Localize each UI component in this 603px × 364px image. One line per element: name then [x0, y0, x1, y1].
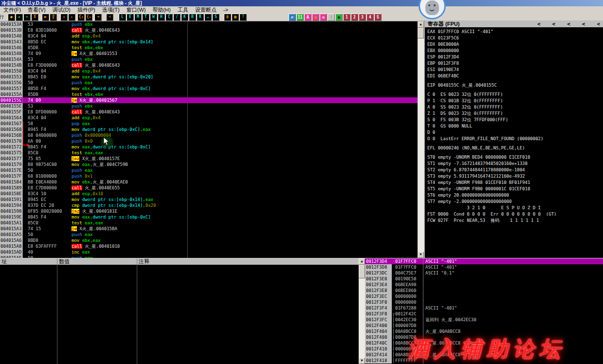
- cpu-button[interactable]: C: [165, 14, 173, 21]
- menu-item[interactable]: ->: [220, 7, 232, 13]
- stack-row[interactable]: 0012F3FC│0042EC30返回到 火_星.0042EC30: [365, 317, 603, 323]
- stack-row[interactable]: 0012F3DC004C75E7ASCII "0.1": [365, 270, 603, 276]
- stack-row[interactable]: 0012F3E000190E58: [365, 276, 603, 282]
- disasm-row[interactable]: 0040157F68 01000000push 0x1: [0, 173, 418, 179]
- register-line[interactable]: S 0 FS 003B 32位 7FFDF000(FFF): [427, 117, 603, 123]
- menu-item[interactable]: 窗口(W): [123, 6, 149, 14]
- disasm-row[interactable]: 0040155083C4 04add esp,0x4: [0, 68, 418, 74]
- disasm-row[interactable]: 0040157E50push eax: [0, 167, 418, 173]
- disasm-row[interactable]: 004015438B5D ECmov ebx,dword ptr ss:[ebp…: [0, 39, 418, 45]
- scroll-up-icon[interactable]: ▲: [418, 21, 424, 28]
- plugin-2-button[interactable]: 2: [351, 14, 358, 21]
- scroll-down-icon[interactable]: ▼: [359, 358, 365, 364]
- disasm-row[interactable]: 0040153A53push ebx: [0, 21, 418, 27]
- register-line[interactable]: FCW 027F Prec NEAR,53 掩码 1 1 1 1 1 1: [427, 218, 603, 224]
- scroll-down-icon[interactable]: ▼: [418, 252, 424, 258]
- menu-item[interactable]: 工具: [174, 6, 192, 14]
- disasm-row[interactable]: 004015AD40inc eax: [0, 249, 418, 255]
- animate-into-icon[interactable]: {↓: [77, 14, 85, 21]
- chevron-icon[interactable]: <: [552, 21, 556, 27]
- register-line[interactable]: A 0 SS 0023 32位 0(FFFFFFFF): [427, 104, 603, 110]
- stack-row[interactable]: 0012F3F8┌0012F42C: [365, 311, 603, 317]
- plugin-a-icon[interactable]: A: [304, 14, 311, 21]
- disasm-row[interactable]: 0040156B68 04000080push 0x80000004: [0, 132, 418, 138]
- register-line[interactable]: ST3 empty 5.9311794164741212160e-4932: [427, 173, 603, 180]
- menu-item[interactable]: 查看(V): [24, 6, 49, 14]
- restart-icon[interactable]: ↺: [16, 14, 23, 21]
- register-line[interactable]: Z 1 DS 0023 32位 0(FFFFFFFF): [427, 110, 603, 117]
- disasm-row[interactable]: 0040156483C4 04add esp,0x4: [0, 115, 418, 121]
- title-bar[interactable]: 冷尘猫 < O.l.l.y.D.b.g > - 火_星.exe - [VIP -…: [0, 0, 603, 6]
- open-file-icon[interactable]: ◉: [8, 14, 15, 21]
- register-line[interactable]: P 1 CS 001B 32位 0(FFFFFFFF): [427, 98, 603, 104]
- register-line[interactable]: EBX 00000000: [427, 48, 603, 54]
- disasm-scrollbar[interactable]: ▲ ▼: [418, 21, 424, 258]
- log-window-button[interactable]: L: [119, 14, 126, 21]
- register-line[interactable]: EBP 0012F3F8: [427, 60, 603, 67]
- stack-scrollbar[interactable]: ▲ ▼: [359, 258, 365, 364]
- go-to-icon[interactable]: →: [106, 14, 113, 21]
- plugin-bars-icon[interactable]: ⫶: [328, 14, 335, 21]
- stack-row[interactable]: 0012F3F401F67288ASCII "-401": [365, 305, 603, 311]
- disasm-row[interactable]: 004015A3,74 15je X火_星.004015BA: [0, 226, 418, 232]
- register-line[interactable]: ECX 0123F5C6: [427, 35, 603, 41]
- register-line[interactable]: ST5 empty -UNORM F9B0 0000001C 01CEF010: [427, 186, 603, 192]
- menu-item[interactable]: 设置断点: [192, 6, 220, 14]
- stack-row[interactable]: 0012F3F000000000: [365, 299, 603, 305]
- stack-row[interactable]: 0012F3EC00000000: [365, 293, 603, 299]
- plugin-3-button[interactable]: 3: [359, 14, 366, 21]
- source-button[interactable]: S: [212, 14, 219, 21]
- disasm-row[interactable]: 0040154083C4 04add esp,0x4: [0, 33, 418, 39]
- register-line[interactable]: FST 0000 Cond 0 0 0 0 Err 0 0 0 0 0 0 0 …: [427, 211, 603, 218]
- plugin-1-button[interactable]: 1: [343, 14, 350, 21]
- disasm-row[interactable]: 0040154685DBtest ebx,ebx: [0, 45, 418, 51]
- chevron-icon[interactable]: <: [597, 21, 600, 27]
- disasm-row[interactable]: 0040154BE8 F3D00000call 火_星.0040E643: [0, 62, 418, 68]
- register-line[interactable]: T 0 GS 0000 NULL: [427, 123, 603, 129]
- menu-item[interactable]: 调试(D): [49, 6, 74, 14]
- disasm-row[interactable]: 004015A8E8 63FAFFFFcall 火_星.00401010: [0, 243, 418, 249]
- disasm-row[interactable]: 004015538B45 E0mov eax,dword ptr ss:[ebp…: [0, 74, 418, 80]
- plugin-target-icon[interactable]: ◎: [320, 14, 327, 21]
- disassembly-pane[interactable]: 0040153A53push ebx0040153BE8 03D10000cal…: [0, 21, 418, 258]
- breakpoints-button[interactable]: B: [189, 14, 196, 21]
- register-line[interactable]: ST7 empty -2.0000000000000000000: [427, 199, 603, 205]
- disasm-row[interactable]: 0040154A53push ebx: [0, 56, 418, 62]
- options-list-icon[interactable]: ≣: [224, 14, 231, 21]
- appearance-icon[interactable]: ▦: [232, 14, 239, 21]
- disasm-row[interactable]: 0040155C,74 09je X火_星.00401567: [0, 97, 418, 103]
- chevron-icon[interactable]: <: [537, 21, 541, 27]
- stack-row[interactable]: 0012F3D801F7FFC0ASCII "-401": [365, 264, 603, 270]
- disasm-row[interactable]: 00401584BB E0EA4000mov ebx,火_星.0040EAE0: [0, 179, 418, 185]
- register-line[interactable]: EDI 06BEF4BC: [427, 73, 603, 79]
- register-line[interactable]: ST6 empty 20.000000000000000000: [427, 192, 603, 199]
- register-line[interactable]: ESP 0012F3D4: [427, 54, 603, 60]
- register-line[interactable]: ST2 empty 6.8707448441178880000e-1804: [427, 167, 603, 173]
- chevron-icon[interactable]: <: [567, 21, 570, 27]
- windows-button[interactable]: W: [150, 14, 157, 21]
- disasm-row[interactable]: 00401598,0F85 80020000jnz 火_星.0040181E: [0, 208, 418, 214]
- disasm-row[interactable]: 00401589E8 C7D00000call 火_星.0040E655: [0, 185, 418, 191]
- plugin-4-button[interactable]: 4: [366, 14, 374, 21]
- disasm-row[interactable]: 00401577,75 05jnz X火_星.0040157E: [0, 156, 418, 162]
- execute-till-return-icon[interactable]: ⇥: [94, 14, 102, 21]
- memory-pane[interactable]: 址 数值 注释: [0, 258, 359, 364]
- register-line[interactable]: ST0 empty -UNORM BED4 00000000 E1CEF010: [427, 154, 603, 161]
- chevron-icon[interactable]: <: [582, 21, 585, 27]
- pause-icon[interactable]: ‖: [50, 14, 57, 21]
- register-line[interactable]: 3 2 1 0 E S P U O Z D I: [427, 205, 603, 211]
- disasm-row[interactable]: 00401594837D EC 20cmp dword ptr ss:[ebp-…: [0, 202, 418, 208]
- disasm-row[interactable]: 004015688945 F4mov dword ptr ss:[ebp-0xC…: [0, 127, 418, 132]
- stack-row[interactable]: 0012F3E806BEE860: [365, 288, 603, 293]
- disasm-row[interactable]: 00401548,74 09je X火_星.00401553: [0, 51, 418, 56]
- run-trace-button[interactable]: …: [204, 14, 212, 21]
- plugin-swap-icon[interactable]: ⇄: [289, 14, 296, 21]
- stack-row[interactable]: 0012F3D401F7FFC0ASCII "-401": [365, 258, 603, 264]
- plugin-11-icon[interactable]: 11: [296, 14, 304, 21]
- disasm-row[interactable]: 004015706A 00push 0x0: [0, 138, 418, 144]
- references-button[interactable]: R: [197, 14, 204, 21]
- scroll-thumb[interactable]: [359, 265, 365, 278]
- disasm-row[interactable]: 0040153BE8 03D10000call 火_星.0040E643: [0, 27, 418, 33]
- threads-button[interactable]: T: [142, 14, 149, 21]
- step-over-icon[interactable]: ⇓: [68, 14, 75, 21]
